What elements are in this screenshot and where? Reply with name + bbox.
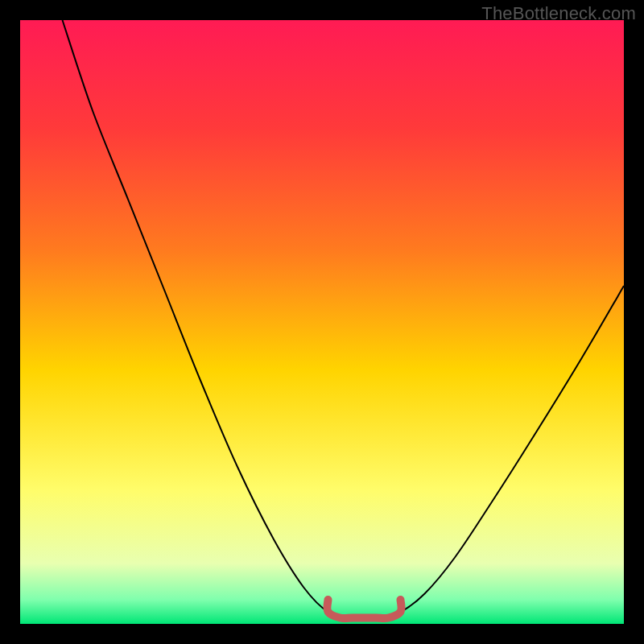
gradient-background <box>20 20 624 624</box>
chart-svg <box>20 20 624 624</box>
watermark-text: TheBottleneck.com <box>481 3 636 24</box>
bottleneck-chart <box>20 20 624 624</box>
